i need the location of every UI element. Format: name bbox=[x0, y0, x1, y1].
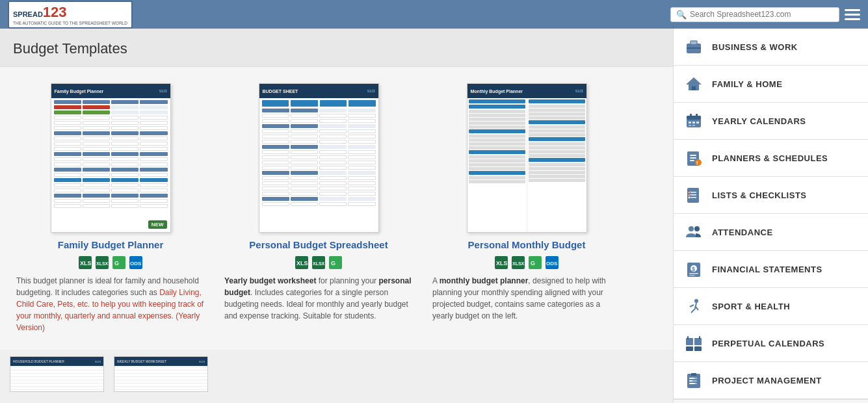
svg-text:ODS: ODS bbox=[130, 261, 142, 266]
google-icon[interactable]: G bbox=[112, 255, 126, 270]
planner-icon: ! bbox=[683, 148, 704, 168]
family-desc-link[interactable]: Daily Living, Child Care, Pets, etc. to … bbox=[16, 288, 204, 332]
bottom-thumbs: HOUSEHOLD BUDGET PLANNER S123 WEEKLY BUD… bbox=[0, 350, 673, 398]
logo-spread: SPREAD bbox=[13, 10, 43, 18]
svg-rect-72 bbox=[689, 380, 692, 382]
svg-rect-38 bbox=[690, 155, 696, 156]
svg-text:XLS: XLS bbox=[80, 260, 92, 266]
svg-rect-24 bbox=[691, 42, 696, 44]
template-thumb-personal[interactable]: BUDGET SHEET S123 bbox=[259, 83, 379, 233]
template-thumb-family[interactable]: Family Budget Planner S123 bbox=[51, 83, 171, 233]
svg-text:XLS: XLS bbox=[496, 260, 508, 266]
page-title-bar: Budget Templates bbox=[0, 29, 673, 67]
sidebar-item-sport[interactable]: SPORT & HEALTH bbox=[674, 288, 868, 325]
template-name-family[interactable]: Family Budget Planner bbox=[58, 239, 164, 250]
page-title: Budget Templates bbox=[13, 40, 660, 57]
sidebar-item-business-work[interactable]: BUSINESS & WORK bbox=[674, 29, 868, 66]
menu-icon[interactable] bbox=[845, 9, 860, 20]
svg-text:G: G bbox=[331, 260, 335, 266]
template-desc-family: This budget planner is ideal for family … bbox=[16, 275, 205, 333]
attendance-icon bbox=[683, 222, 704, 242]
bottom-thumb-weekly[interactable]: WEEKLY BUDGET WORKSHEET S123 bbox=[114, 356, 208, 392]
thumb-header-text-monthly: Monthly Budget Planner bbox=[471, 89, 523, 94]
search-input[interactable] bbox=[690, 10, 834, 19]
new-badge: NEW bbox=[148, 220, 167, 229]
svg-rect-75 bbox=[691, 373, 696, 376]
perpetual-icon bbox=[683, 333, 704, 354]
sidebar-label-financial: FINANCIAL STATEMENTS bbox=[712, 265, 822, 274]
xlsx-icon-monthly[interactable]: XLSX bbox=[511, 255, 525, 270]
svg-rect-33 bbox=[692, 122, 695, 124]
svg-rect-56 bbox=[689, 275, 695, 276]
svg-rect-66 bbox=[687, 336, 689, 339]
template-desc-monthly: A monthly budget planner, designed to he… bbox=[432, 275, 621, 322]
search-icon: 🔍 bbox=[676, 10, 687, 20]
sidebar-label-attendance: ATTENDANCE bbox=[712, 228, 773, 237]
sport-icon bbox=[683, 296, 704, 317]
checklist-icon bbox=[683, 185, 704, 205]
thumb-content-personal bbox=[259, 98, 378, 209]
svg-rect-32 bbox=[689, 122, 691, 124]
template-family-budget-planner: Family Budget Planner S123 bbox=[7, 77, 215, 343]
svg-text:!: ! bbox=[696, 161, 698, 165]
sidebar-item-planners[interactable]: ! PLANNERS & SCHEDULES bbox=[674, 140, 868, 177]
template-icons-monthly: XLS XLSX G ODS bbox=[494, 255, 559, 270]
sidebar-item-perpetual[interactable]: PERPETUAL CALENDARS bbox=[674, 325, 868, 362]
xls-icon-personal[interactable]: XLS bbox=[295, 255, 309, 270]
sidebar-item-lists[interactable]: LISTS & CHECKLISTS bbox=[674, 177, 868, 214]
svg-rect-67 bbox=[699, 336, 700, 339]
financial-icon: $ bbox=[683, 259, 704, 280]
sidebar-label-project: PROJECT MANAGEMENT bbox=[712, 376, 822, 385]
svg-rect-31 bbox=[696, 114, 698, 118]
google-icon-monthly[interactable]: G bbox=[528, 255, 542, 270]
template-desc-personal: Yearly budget worksheet for planning you… bbox=[224, 275, 413, 322]
svg-rect-30 bbox=[690, 114, 692, 118]
svg-text:XLSX: XLSX bbox=[313, 261, 325, 266]
search-box[interactable]: 🔍 bbox=[670, 7, 839, 22]
sidebar-item-yearly-calendars[interactable]: YEARLY CALENDARS bbox=[674, 103, 868, 140]
google-icon-personal[interactable]: G bbox=[328, 255, 343, 270]
sidebar: BUSINESS & WORK FAMILY & HOME bbox=[673, 29, 868, 403]
svg-rect-29 bbox=[687, 116, 701, 120]
svg-point-50 bbox=[689, 226, 694, 231]
sidebar-label-sport: SPORT & HEALTH bbox=[712, 302, 790, 311]
bottom-thumb-household[interactable]: HOUSEHOLD BUDGET PLANNER S123 bbox=[10, 356, 104, 392]
svg-rect-55 bbox=[689, 273, 698, 274]
sidebar-item-family-home[interactable]: FAMILY & HOME bbox=[674, 66, 868, 103]
template-icons-family: XLS XLSX G ODS bbox=[78, 255, 143, 270]
svg-rect-39 bbox=[690, 157, 696, 159]
ods-icon-monthly[interactable]: ODS bbox=[545, 255, 559, 270]
xlsx-icon-personal[interactable]: XLSX bbox=[311, 255, 326, 270]
svg-text:XLS: XLS bbox=[296, 260, 308, 266]
svg-rect-62 bbox=[686, 338, 693, 345]
sidebar-label-planners: PLANNERS & SCHEDULES bbox=[712, 153, 828, 163]
svg-text:$: $ bbox=[692, 266, 695, 272]
sidebar-item-financial[interactable]: $ FINANCIAL STATEMENTS bbox=[674, 251, 868, 288]
template-thumb-monthly[interactable]: Monthly Budget Planner S123 bbox=[467, 83, 587, 233]
svg-rect-63 bbox=[694, 338, 702, 345]
svg-point-51 bbox=[694, 226, 700, 231]
svg-rect-35 bbox=[689, 125, 691, 126]
svg-rect-34 bbox=[696, 122, 699, 124]
xlsx-icon[interactable]: XLSX bbox=[95, 255, 109, 270]
header-right: 🔍 bbox=[670, 7, 860, 22]
template-name-personal[interactable]: Personal Budget Spreadsheet bbox=[249, 239, 388, 250]
svg-text:XLSX: XLSX bbox=[512, 261, 525, 266]
ods-icon[interactable]: ODS bbox=[129, 255, 143, 270]
svg-rect-46 bbox=[690, 197, 696, 198]
svg-line-59 bbox=[691, 309, 695, 313]
logo[interactable]: SPREAD123 THE AUTOMATIC GUIDE TO THE SPR… bbox=[8, 1, 133, 29]
xls-icon-monthly[interactable]: XLS bbox=[494, 255, 508, 270]
sidebar-item-attendance[interactable]: ATTENDANCE bbox=[674, 214, 868, 251]
svg-rect-65 bbox=[694, 346, 702, 351]
ad-section: Advertisement Sponsored Listings ▶ 👁 bbox=[674, 399, 868, 403]
svg-point-57 bbox=[694, 299, 698, 303]
thumb-rows bbox=[51, 98, 170, 211]
project-icon bbox=[683, 370, 704, 391]
xls-icon[interactable]: XLS bbox=[78, 255, 92, 270]
template-name-monthly[interactable]: Personal Monthly Budget bbox=[468, 239, 586, 250]
sidebar-item-project[interactable]: PROJECT MANAGEMENT bbox=[674, 362, 868, 399]
thumb-content-monthly bbox=[467, 98, 586, 232]
header: SPREAD123 THE AUTOMATIC GUIDE TO THE SPR… bbox=[0, 0, 868, 29]
template-personal-monthly-budget: Monthly Budget Planner S123 bbox=[423, 77, 631, 343]
